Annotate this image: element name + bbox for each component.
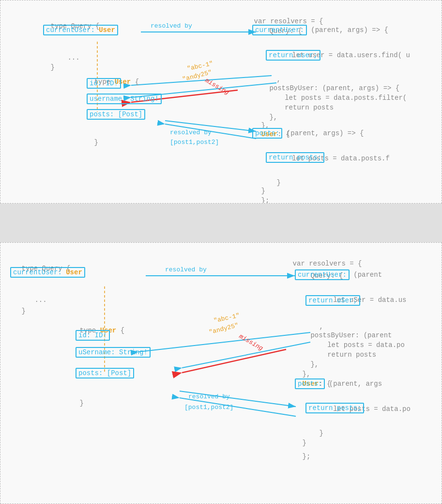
b-schema-id-box: id: ID! bbox=[76, 330, 110, 341]
svg-line-16 bbox=[138, 332, 310, 352]
b-schema-close2: } bbox=[63, 387, 84, 420]
b-label-resolved-by-1: resolved by bbox=[165, 266, 207, 273]
schema-currentuser-box: currentUser: User bbox=[43, 25, 118, 35]
bottom-panel: type Query { currentUser: User ... } typ… bbox=[0, 242, 442, 504]
b-label-missing: missing bbox=[238, 332, 264, 352]
label-missing: missing bbox=[204, 77, 230, 96]
label-post1post2: [post1,post2] bbox=[170, 139, 219, 146]
b-resolver-currentuser-box: currentUser: (parent bbox=[295, 269, 382, 280]
b-schema-close1: } bbox=[5, 295, 26, 328]
b-resolver-semicolon: }; bbox=[286, 441, 310, 473]
b-resolver-returnuser-box: return uSer; bbox=[305, 295, 360, 306]
resolver-returnposts2-box: return posts; bbox=[266, 152, 324, 163]
b-label-resolved-by-2: resolved by bbox=[188, 393, 230, 400]
divider bbox=[0, 204, 442, 242]
schema-username-box: username: String! bbox=[87, 94, 162, 104]
label-resolved-by-2: resolved by bbox=[170, 129, 212, 136]
b-resolver-returnposts2-box: return posts; bbox=[305, 403, 364, 413]
schema-posts-box: posts: [Post] bbox=[87, 109, 145, 120]
b-schema-username-box: uSername: String! bbox=[76, 347, 151, 358]
resolver-semicolon: }; bbox=[245, 185, 269, 204]
schema-close2: } bbox=[78, 126, 98, 159]
b-schema-posts-box: posts: [Post] bbox=[76, 368, 134, 378]
svg-line-18 bbox=[182, 349, 286, 373]
top-panel: type Query { currentUser: User ... } typ… bbox=[0, 0, 442, 204]
resolver-returnuser-box: return user; bbox=[266, 50, 320, 61]
schema-close1: } bbox=[34, 51, 55, 84]
resolver-currentuser-box: currentUser: (parent, args) => { bbox=[252, 25, 388, 35]
b-schema-currentuser-box: currentUser: User bbox=[10, 267, 85, 278]
label-resolved-by-1: resolved by bbox=[151, 22, 192, 30]
resolver-posts-box: posts: (parent, args) => { bbox=[252, 128, 364, 139]
b-label-andy25: "andy25" bbox=[208, 322, 239, 336]
schema-id-box: id: ID! bbox=[87, 78, 121, 89]
b-resolver-posts-box: posts: (parent, args bbox=[295, 378, 382, 389]
b-label-post1post2: [post1,post2] bbox=[184, 404, 233, 411]
